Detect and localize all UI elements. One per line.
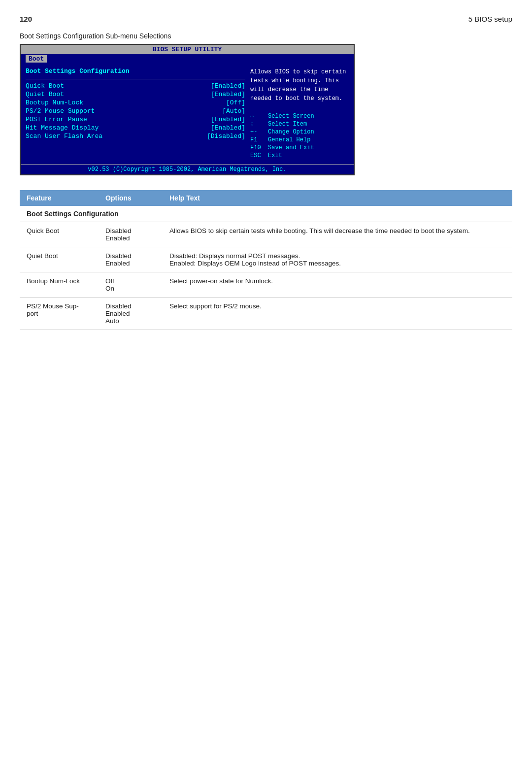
hotkey-key: ↕ — [250, 121, 264, 128]
hotkey-desc: Select Screen — [268, 113, 314, 120]
hotkey-key: F10 — [250, 144, 264, 151]
feature-cell: PS/2 Mouse Sup-port — [20, 298, 99, 330]
options-cell: OffOn — [99, 272, 163, 298]
hotkey-desc: Select Item — [268, 121, 307, 128]
bios-help-text: Allows BIOS to skip certain tests while … — [250, 67, 349, 103]
bios-row: Bootup Num-Lock[Off] — [26, 99, 245, 106]
section-title: Boot Settings Configuration Sub-menu Sel… — [20, 32, 512, 40]
bios-hotkey-row: +-Change Option — [250, 129, 349, 135]
table-row: Quick BootDisabledEnabledAllows BIOS to … — [20, 222, 512, 247]
bios-body: Boot Settings Configuration Quick Boot[E… — [21, 64, 354, 164]
bios-row-label: Bootup Num-Lock — [26, 99, 83, 106]
table-col-header: Options — [99, 190, 163, 206]
bios-row-value: [Auto] — [222, 107, 245, 115]
table-col-header: Help Text — [163, 190, 512, 206]
chapter-title: 5 BIOS setup — [468, 15, 512, 23]
hotkey-key: F1 — [250, 136, 264, 143]
table-row: Bootup Num-LockOffOnSelect power-on stat… — [20, 272, 512, 298]
help-cell: Select support for PS/2 mouse. — [163, 298, 512, 330]
hotkey-key: +- — [250, 129, 264, 135]
bios-rows: Quick Boot[Enabled]Quiet Boot[Enabled]Bo… — [26, 82, 245, 140]
help-cell: Disabled: Displays normal POST messages.… — [163, 247, 512, 272]
bios-row-value: [Enabled] — [211, 82, 245, 90]
bios-hotkey-row: ESCExit — [250, 152, 349, 159]
bios-left-panel: Boot Settings Configuration Quick Boot[E… — [26, 67, 245, 160]
table-header-row: FeatureOptionsHelp Text — [20, 190, 512, 206]
page-header: 120 5 BIOS setup — [20, 15, 512, 23]
bios-row: PS/2 Mouse Support[Auto] — [26, 107, 245, 115]
hotkey-desc: Save and Exit — [268, 144, 314, 151]
table-header: FeatureOptionsHelp Text — [20, 190, 512, 206]
bios-row-value: [Enabled] — [211, 124, 245, 132]
bios-row: Scan User Flash Area[Disabled] — [26, 133, 245, 140]
bios-row-label: Quiet Boot — [26, 91, 64, 98]
options-cell: DisabledEnabled — [99, 222, 163, 247]
table-row: Quiet BootDisabledEnabledDisabled: Displ… — [20, 247, 512, 272]
bios-row-value: [Disabled] — [207, 133, 245, 140]
bios-row-value: [Enabled] — [211, 91, 245, 98]
bios-hotkey-row: ↔Select Screen — [250, 113, 349, 120]
feature-cell: Quick Boot — [20, 222, 99, 247]
info-table: FeatureOptionsHelp Text Boot Settings Co… — [20, 190, 512, 330]
feature-cell: Quiet Boot — [20, 247, 99, 272]
bios-footer: v02.53 (C)Copyright 1985-2002, American … — [21, 164, 354, 174]
hotkey-key: ↔ — [250, 113, 264, 120]
bios-hotkeys: ↔Select Screen↕Select Item+-Change Optio… — [250, 113, 349, 159]
bios-right-panel: Allows BIOS to skip certain tests while … — [250, 67, 349, 160]
feature-cell: Bootup Num-Lock — [20, 272, 99, 298]
bios-row: Hit Message Display[Enabled] — [26, 124, 245, 132]
bios-row: POST Error Pause[Enabled] — [26, 116, 245, 123]
bios-hotkey-row: F10Save and Exit — [250, 144, 349, 151]
bios-row-label: PS/2 Mouse Support — [26, 107, 95, 115]
bios-menu-bar: Boot — [21, 54, 354, 64]
table-section-row: Boot Settings Configuration — [20, 206, 512, 222]
bios-row: Quick Boot[Enabled] — [26, 82, 245, 90]
hotkey-desc: General Help — [268, 136, 310, 143]
bios-row-label: Quick Boot — [26, 82, 64, 90]
page-number: 120 — [20, 15, 32, 23]
bios-active-tab: Boot — [26, 55, 47, 63]
bios-row-label: POST Error Pause — [26, 116, 87, 123]
bios-row-label: Hit Message Display — [26, 124, 99, 132]
options-cell: DisabledEnabledAuto — [99, 298, 163, 330]
section-row-label: Boot Settings Configuration — [20, 206, 512, 222]
bios-hotkey-row: F1General Help — [250, 136, 349, 143]
table-col-header: Feature — [20, 190, 99, 206]
help-cell: Select power-on state for Numlock. — [163, 272, 512, 298]
hotkey-desc: Exit — [268, 152, 282, 159]
options-cell: DisabledEnabled — [99, 247, 163, 272]
bios-title-bar: BIOS SETUP UTILITY — [21, 45, 354, 54]
bios-section-header: Boot Settings Configuration — [26, 67, 245, 75]
bios-row-value: [Off] — [226, 99, 245, 106]
hotkey-desc: Change Option — [268, 129, 314, 135]
bios-screenshot: BIOS SETUP UTILITY Boot Boot Settings Co… — [20, 44, 355, 175]
help-cell: Allows BIOS to skip certain tests while … — [163, 222, 512, 247]
bios-row: Quiet Boot[Enabled] — [26, 91, 245, 98]
table-body: Boot Settings ConfigurationQuick BootDis… — [20, 206, 512, 330]
table-row: PS/2 Mouse Sup-portDisabledEnabledAutoSe… — [20, 298, 512, 330]
bios-row-label: Scan User Flash Area — [26, 133, 102, 140]
hotkey-key: ESC — [250, 152, 264, 159]
bios-hotkey-row: ↕Select Item — [250, 121, 349, 128]
bios-row-value: [Enabled] — [211, 116, 245, 123]
